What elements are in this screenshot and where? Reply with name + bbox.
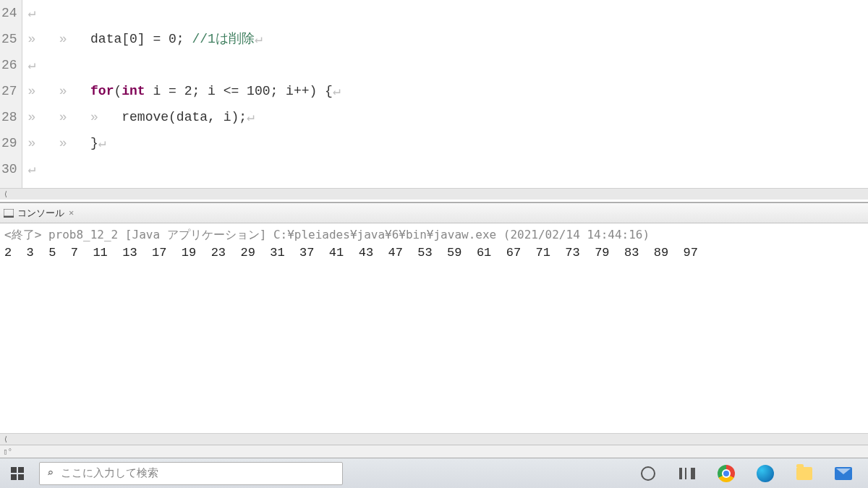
taskbar-search-box[interactable]: ⌕ ここに入力して検索 (39, 462, 343, 485)
console-panel: コンソール ✕ <終了> prob8_12_2 [Java アプリケーション] … (0, 202, 868, 445)
code-area[interactable]: 24252627282930 ↵» » data[0] = 0; //1は削除↵… (0, 0, 868, 188)
code-line[interactable]: ↵ (28, 156, 868, 182)
folder-icon (796, 467, 812, 480)
code-line[interactable]: » » for(int i = 2; i <= 100; i++) {↵ (28, 78, 868, 104)
code-line[interactable]: ↵ (28, 52, 868, 78)
svg-rect-1 (4, 216, 14, 218)
console-tab-label[interactable]: コンソール (17, 207, 64, 220)
file-explorer-button[interactable] (794, 463, 814, 484)
editor-horizontal-scrollbar[interactable]: ⟨ (0, 188, 868, 200)
windows-taskbar: ⌕ ここに入力して検索 (0, 458, 868, 488)
task-view-button[interactable] (677, 463, 697, 484)
console-horizontal-scrollbar[interactable]: ⟨ (0, 433, 868, 445)
code-line[interactable]: » » » remove(data, i);↵ (28, 104, 868, 130)
search-icon: ⌕ (47, 466, 54, 480)
line-number: 26 (1, 52, 17, 78)
code-line[interactable]: » » data[0] = 0; //1は削除↵ (28, 26, 868, 52)
console-run-header: <終了> prob8_12_2 [Java アプリケーション] C:¥pleia… (4, 226, 864, 244)
start-button[interactable] (0, 458, 35, 489)
scroll-left-icon[interactable]: ⟨ (0, 434, 12, 445)
chrome-icon (718, 465, 735, 482)
mail-icon (835, 467, 852, 480)
status-bar: ▯° (0, 445, 868, 458)
line-number: 28 (1, 104, 17, 130)
edge-icon (757, 465, 774, 482)
edge-button[interactable] (755, 463, 775, 484)
code-editor-pane: 24252627282930 ↵» » data[0] = 0; //1は削除↵… (0, 0, 868, 202)
taskbar-icons (638, 463, 868, 484)
cortana-icon (641, 466, 655, 481)
line-number-gutter: 24252627282930 (0, 0, 22, 188)
code-lines[interactable]: ↵» » data[0] = 0; //1は削除↵↵» » for(int i … (22, 0, 868, 188)
status-icon: ▯° (3, 447, 12, 456)
console-output-line: 2 3 5 7 11 13 17 19 23 29 31 37 41 43 47… (4, 244, 864, 262)
chrome-button[interactable] (716, 463, 736, 484)
console-tab-bar: コンソール ✕ (0, 203, 868, 223)
mail-button[interactable] (833, 463, 854, 484)
cortana-button[interactable] (638, 463, 658, 484)
console-icon (3, 207, 14, 219)
line-number: 25 (1, 26, 17, 52)
code-line[interactable]: » » }↵ (28, 130, 868, 156)
code-line[interactable]: ↵ (28, 0, 868, 26)
search-placeholder: ここに入力して検索 (61, 466, 158, 480)
windows-icon (11, 467, 24, 480)
close-icon[interactable]: ✕ (69, 207, 74, 218)
line-number: 30 (1, 156, 17, 182)
console-output-area[interactable]: <終了> prob8_12_2 [Java アプリケーション] C:¥pleia… (0, 223, 868, 433)
svg-rect-0 (4, 209, 14, 216)
line-number: 29 (1, 130, 17, 156)
scroll-left-icon[interactable]: ⟨ (0, 189, 12, 200)
line-number: 24 (1, 0, 17, 26)
line-number: 27 (1, 78, 17, 104)
task-view-icon (679, 468, 695, 479)
